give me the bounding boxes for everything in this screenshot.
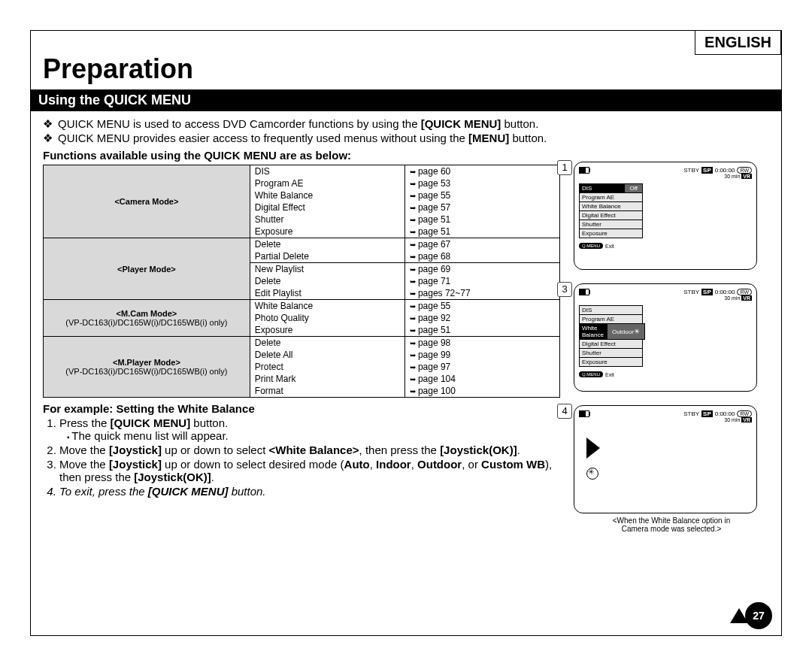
step-1-sub: The quick menu list will appear. — [67, 429, 560, 442]
mode-cell-mcam: <M.Cam Mode> (VP-DC163(i)/DC165W(i)/DC16… — [44, 300, 250, 337]
bullet-2: QUICK MENU provides easier access to fre… — [58, 132, 769, 144]
page-footer-corner: 27 — [730, 602, 772, 629]
screen-4: STBY SP 0:00:00 RW 30 min VR — [574, 405, 757, 513]
section-heading: Using the QUICK MENU — [31, 89, 781, 111]
screen-number-3: 3 — [557, 282, 572, 297]
items-cell: DIS Program AE White Balance Digital Eff… — [250, 165, 404, 238]
qmenu-pill: Q.MENU — [579, 371, 603, 377]
screen-1-wrap: 1 STBY SP 0:00:00 RW — [574, 162, 769, 270]
menu-value-outdoor: Outdoor☀ — [607, 323, 645, 340]
exit-label: Exit — [605, 244, 614, 249]
step-2: Move the [Joystick] up or down to select… — [59, 444, 560, 456]
vr-badge: VR — [741, 174, 752, 179]
functions-table: <Camera Mode> DIS Program AE White Balan… — [43, 165, 560, 398]
timecode: 0:00:00 — [715, 289, 735, 295]
screen-3-wrap: 3 STBY SP 0:00:00 RW — [574, 283, 769, 392]
vr-badge: VR — [741, 417, 752, 422]
battery-icon — [579, 289, 589, 295]
vr-badge: VR — [741, 295, 752, 301]
menu-item-wb: White Balance — [579, 323, 607, 340]
menu-item-exposure: Exposure — [579, 229, 643, 238]
content-area: QUICK MENU is used to access DVD Camcord… — [31, 111, 781, 533]
stby-label: STBY — [683, 410, 699, 417]
time-remain: 30 min — [724, 295, 740, 301]
sun-icon: ☀ — [634, 328, 640, 335]
intro-bullets: QUICK MENU is used to access DVD Camcord… — [43, 117, 769, 144]
items-cell: Delete Delete All Protect Print Mark For… — [250, 337, 404, 398]
page-title: Preparation — [31, 31, 781, 89]
corner-triangle-icon — [730, 608, 748, 623]
screen-1: STBY SP 0:00:00 RW 30 min VR — [574, 162, 757, 270]
screen-number-1: 1 — [557, 160, 572, 175]
exit-label: Exit — [605, 372, 614, 377]
language-badge: ENGLISH — [695, 30, 781, 55]
pages-cell: page 60 page 53 page 55 page 57 page 51 … — [404, 165, 559, 238]
items-cell: Delete Partial Delete New Playlist Delet… — [250, 238, 404, 300]
stby-label: STBY — [683, 167, 699, 174]
steps-list: Press the [QUICK MENU] button. The quick… — [43, 416, 560, 498]
qmenu-pill: Q.MENU — [579, 243, 603, 249]
sp-badge: SP — [701, 289, 713, 295]
pages-cell: page 98 page 99 page 97 page 104 page 10… — [404, 337, 559, 398]
mode-cell-camera: <Camera Mode> — [44, 165, 250, 238]
sp-badge: SP — [701, 167, 713, 174]
step-4: To exit, press the [QUICK MENU] button. — [59, 485, 560, 498]
step-1: Press the [QUICK MENU] button. The quick… — [59, 416, 560, 442]
mode-cell-mplayer: <M.Player Mode> (VP-DC163(i)/DC165W(i)/D… — [44, 337, 250, 398]
rw-pill: RW — [737, 167, 752, 174]
sun-circle-icon — [586, 468, 598, 480]
quick-menu-list: DIS Off Program AE White Balance Digital… — [579, 184, 643, 238]
mode-cell-player: <Player Mode> — [44, 238, 250, 300]
screens-caption: <When the White Balance option inCamera … — [574, 516, 769, 533]
page-number-badge: 27 — [745, 602, 772, 629]
quick-menu-list: DIS Program AE White Balance Outdoor☀ Di… — [579, 306, 643, 367]
screen-4-wrap: 4 STBY SP 0:00:00 RW — [574, 405, 769, 533]
play-icon — [586, 438, 600, 459]
battery-icon — [579, 410, 589, 417]
pages-cell: page 67 page 68 page 69 page 71 pages 72… — [404, 238, 559, 300]
table-heading: Functions available using the QUICK MENU… — [43, 149, 769, 162]
time-remain: 30 min — [724, 174, 740, 179]
timecode: 0:00:00 — [715, 167, 735, 174]
rw-pill: RW — [737, 410, 752, 417]
pages-cell: page 55 page 92 page 51 — [404, 300, 559, 337]
page-frame: ENGLISH Preparation Using the QUICK MENU… — [30, 30, 782, 636]
sp-badge: SP — [701, 410, 713, 417]
screens-column: 1 STBY SP 0:00:00 RW — [574, 162, 769, 533]
screen-number-4: 4 — [557, 404, 572, 419]
screen-3: STBY SP 0:00:00 RW 30 min VR — [574, 283, 757, 392]
stby-label: STBY — [683, 289, 699, 295]
timecode: 0:00:00 — [715, 410, 735, 417]
step-3: Move the [Joystick] up or down to select… — [59, 458, 560, 483]
example-heading: For example: Setting the White Balance — [43, 402, 560, 415]
menu-item-exposure: Exposure — [579, 357, 643, 367]
time-remain: 30 min — [724, 417, 740, 422]
bullet-1: QUICK MENU is used to access DVD Camcord… — [58, 117, 769, 130]
rw-pill: RW — [737, 289, 752, 295]
items-cell: White Balance Photo Quality Exposure — [250, 300, 404, 337]
battery-icon — [579, 167, 589, 174]
